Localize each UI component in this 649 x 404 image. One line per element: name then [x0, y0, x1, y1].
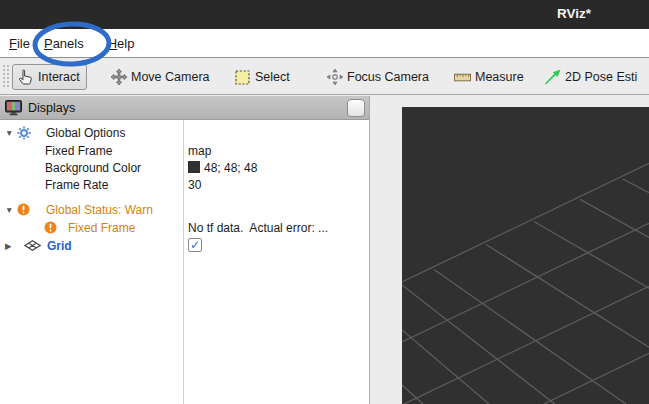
tree-row-fixed-frame-warning[interactable]: Fixed Frame No tf data. Actual error: ..… — [0, 219, 369, 236]
grid-floor — [402, 107, 649, 404]
displays-monitor-icon — [5, 100, 22, 116]
tree-row-fixed-frame[interactable]: Fixed Frame map — [0, 142, 369, 159]
tree-row-grid[interactable]: ▶ Grid ✓ — [0, 237, 369, 254]
window-title: RViz* — [557, 6, 591, 21]
window-titlebar[interactable]: RViz* — [0, 0, 649, 29]
menu-panels[interactable]: Panels — [37, 32, 91, 55]
expander-closed-icon[interactable]: ▶ — [5, 241, 12, 251]
select-tool-button[interactable]: Select — [234, 64, 290, 90]
menu-help[interactable]: Help — [101, 32, 142, 55]
row-label[interactable]: Frame Rate — [45, 178, 108, 192]
interact-tool-button[interactable]: Interact — [12, 64, 87, 90]
displays-panel: Displays ▼ Global Options — [0, 96, 370, 404]
pose-estimate-tool-label: 2D Pose Esti — [565, 70, 637, 84]
pose-estimate-tool-button[interactable]: 2D Pose Esti — [544, 64, 637, 90]
interact-tool-label: Interact — [38, 70, 80, 84]
select-tool-label: Select — [255, 70, 290, 84]
main-area: Displays ▼ Global Options — [0, 95, 649, 404]
rviz-window: { "window": { "title": "RViz*" }, "menu_… — [0, 0, 649, 404]
measure-tool-button[interactable]: Measure — [454, 64, 524, 90]
selection-box-icon — [234, 69, 251, 86]
tree-row-global-status[interactable]: ▼ Global Status: Warn — [0, 201, 369, 218]
warning-icon — [17, 203, 30, 216]
toolbar-grip-handle[interactable] — [2, 64, 9, 89]
displays-panel-header[interactable]: Displays — [0, 96, 369, 120]
displays-tree: ▼ Global Options Fixed Frame map — [0, 120, 369, 404]
background-color-value[interactable]: 48; 48; 48 — [204, 161, 257, 175]
expander-open-icon[interactable]: ▼ — [5, 128, 13, 138]
row-label[interactable]: Global Options — [46, 126, 125, 140]
focus-camera-tool-button[interactable]: Focus Camera — [326, 64, 429, 90]
warning-icon — [44, 221, 57, 234]
menu-bar: File Panels Help — [0, 29, 649, 58]
ruler-icon — [454, 69, 471, 86]
color-swatch[interactable] — [188, 161, 200, 173]
move-camera-tool-button[interactable]: Move Camera — [110, 64, 210, 90]
row-label[interactable]: Global Status: Warn — [46, 203, 153, 217]
focus-crosshair-icon — [326, 69, 343, 86]
measure-tool-label: Measure — [475, 70, 524, 84]
row-label[interactable]: Fixed Frame — [68, 221, 135, 235]
toolbar: Interact Move Camera Select Focus Camera — [0, 58, 649, 95]
gear-icon — [17, 126, 31, 140]
expander-open-icon[interactable]: ▼ — [5, 205, 13, 215]
tf-error-message: No tf data. Actual error: ... — [188, 221, 328, 235]
fixed-frame-value[interactable]: map — [188, 144, 211, 158]
tree-row-background-color[interactable]: Background Color 48; 48; 48 — [0, 159, 369, 176]
pose-arrow-icon — [544, 69, 561, 86]
menu-file[interactable]: File — [2, 32, 37, 55]
row-label[interactable]: Background Color — [45, 161, 141, 175]
tree-row-global-options[interactable]: ▼ Global Options — [0, 124, 369, 141]
move-arrows-icon — [110, 69, 127, 86]
grid-enabled-checkbox[interactable]: ✓ — [188, 238, 202, 252]
tree-row-frame-rate[interactable]: Frame Rate 30 — [0, 176, 369, 193]
row-label[interactable]: Fixed Frame — [45, 144, 112, 158]
hand-cursor-icon — [17, 69, 34, 86]
frame-rate-value[interactable]: 30 — [188, 178, 201, 192]
checkmark-icon: ✓ — [190, 238, 200, 252]
displays-panel-title: Displays — [28, 101, 75, 115]
render-viewport[interactable] — [402, 107, 649, 404]
panel-float-button[interactable] — [347, 99, 365, 117]
move-camera-tool-label: Move Camera — [131, 70, 210, 84]
row-label[interactable]: Grid — [47, 239, 72, 253]
focus-camera-tool-label: Focus Camera — [347, 70, 429, 84]
grid-display-icon — [24, 240, 41, 251]
